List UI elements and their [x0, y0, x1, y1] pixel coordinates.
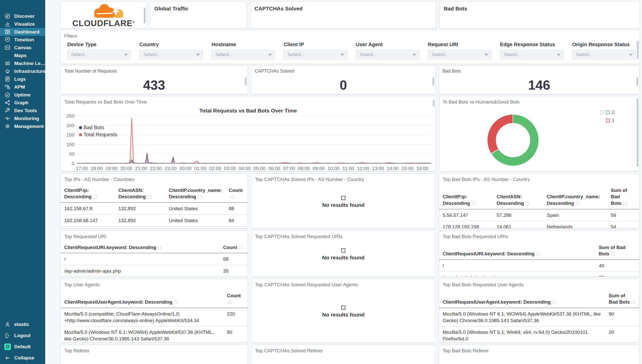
donut-legend-item[interactable]: 0: [600, 109, 615, 115]
management-icon: [4, 123, 11, 129]
filter-origin-response-status-select[interactable]: Select...: [572, 50, 636, 59]
table-cell: 5.56.57.147: [61, 226, 115, 228]
table-row: /40: [439, 260, 639, 272]
scrollbar[interactable]: [432, 77, 434, 86]
sidebar-item-visualize[interactable]: Visualize: [0, 20, 45, 28]
sidebar-item-logs[interactable]: Logs: [0, 75, 45, 83]
scrollbar[interactable]: [245, 77, 247, 86]
captcha-referer-panel: Top CAPTCHAs Solved Referer: [251, 345, 436, 364]
bad-bots-header-panel: Bad Bots: [440, 1, 640, 28]
svg-text:50: 50: [69, 151, 74, 157]
sidebar-footer-item-collapse[interactable]: Collapse: [0, 352, 45, 363]
table-cell: /wp-admin/admin-ajax.php: [61, 265, 220, 277]
filter-hostname-select[interactable]: Select...: [212, 50, 275, 59]
legend-item[interactable]: Total Requests: [79, 132, 117, 138]
top-ua-table: ClientRequestUserAgent.keyword: Descendi…: [61, 291, 248, 343]
scrollbar[interactable]: [637, 98, 638, 167]
filter-label: Origin Response Status: [572, 42, 636, 47]
sidebar-item-monitoring[interactable]: Monitoring: [0, 114, 45, 122]
table-row: 5.56.57.14757,286Spain56: [61, 226, 248, 228]
sidebar-item-timelion[interactable]: Timelion: [0, 36, 45, 44]
sidebar-item-dev-tools[interactable]: Dev Tools: [0, 107, 45, 114]
sidebar-item-label: Logs: [14, 76, 26, 82]
table-cell: 178.128.193.158: [439, 221, 493, 228]
sidebar-footer-item-default[interactable]: DDefault: [0, 341, 45, 352]
filter-label: Country: [139, 42, 203, 47]
donut-legend-item[interactable]: 1: [600, 118, 615, 123]
table-cell: 90: [223, 326, 248, 343]
filter-group-country: CountrySelect...: [139, 42, 203, 59]
column-header[interactable]: ClientIP.country_name: Descending: [543, 186, 607, 209]
column-header[interactable]: ClientRequestUserAgent.keyword: Descendi…: [439, 291, 605, 308]
sidebar-footer-item-logout[interactable]: Logout: [0, 330, 45, 341]
column-header[interactable]: Sum of Bad Bots: [605, 291, 639, 308]
line-chart[interactable]: 05010015020025017:0018:0019:0020:0021:00…: [61, 114, 436, 171]
column-header[interactable]: ClientRequestURI.keyword: Descending: [439, 243, 595, 260]
scrollbar[interactable]: [637, 41, 639, 59]
svg-text:03:00: 03:00: [224, 166, 236, 171]
filter-request-uri-select[interactable]: Select...: [428, 50, 491, 59]
column-header[interactable]: ClientASN: Descending: [115, 186, 165, 203]
column-header[interactable]: Count: [223, 291, 248, 308]
svg-text:07:00: 07:00: [283, 166, 295, 171]
sidebar-item-uptime[interactable]: Uptime: [0, 91, 45, 99]
sort-icon: [198, 195, 201, 198]
filters-body: Device TypeSelect...CountrySelect...Host…: [61, 39, 640, 59]
filter-device-type-select[interactable]: Select...: [67, 50, 131, 59]
chevron-down-icon: [196, 52, 200, 56]
scrollbar[interactable]: [636, 77, 638, 86]
line-chart-panel: Total Requests vs Bad Bots Over Time Tot…: [60, 96, 436, 171]
filters-panel: Filters Device TypeSelect...CountrySelec…: [60, 30, 640, 64]
cloudflare-cloud-icon: [74, 4, 133, 20]
global-traffic-title: Global Traffic: [150, 2, 247, 12]
column-header[interactable]: ClientRequestURI.keyword: Descending: [61, 243, 220, 253]
column-header[interactable]: ClientIP.ip: Descending: [439, 186, 493, 209]
filter-country-select[interactable]: Select...: [139, 50, 203, 59]
column-header[interactable]: Count: [220, 243, 248, 253]
sidebar-item-maps[interactable]: Maps: [0, 52, 45, 59]
top-uri-panel: Top Requested URI ClientRequestURI.keywo…: [60, 230, 248, 277]
legend-swatch-icon: [606, 110, 610, 114]
column-header[interactable]: ClientIP.country_name: Descending: [165, 186, 225, 203]
badbot-uris-panel: Top Bad Bots Requested URIs ClientReques…: [439, 230, 639, 277]
column-header[interactable]: ClientASN: Descending: [493, 186, 543, 209]
sidebar-footer: elasticLogoutDDefaultCollapse: [0, 319, 45, 363]
sidebar-item-apm[interactable]: APM: [0, 83, 45, 91]
legend-item[interactable]: Bad Bots: [79, 125, 117, 130]
filter-user-agent-select[interactable]: Select...: [356, 50, 419, 59]
column-header[interactable]: Sum of Bad Bots: [607, 186, 639, 209]
canvas-icon: [4, 44, 11, 51]
scrollbar[interactable]: [433, 100, 435, 106]
scrollbar[interactable]: [144, 8, 146, 23]
table-cell: 40: [595, 260, 639, 272]
select-placeholder: Select...: [143, 52, 161, 57]
sidebar-item-canvas[interactable]: Canvas: [0, 44, 45, 52]
sidebar-footer-item-elastic[interactable]: elastic: [0, 319, 45, 330]
sidebar-item-graph[interactable]: Graph: [0, 99, 45, 107]
svg-text:15:00: 15:00: [402, 166, 414, 171]
column-header[interactable]: ClientIP.ip: Descending: [61, 186, 115, 203]
sidebar-item-infrastructure[interactable]: Infrastructure: [0, 67, 45, 75]
table-cell: 162.158.68.147: [61, 214, 115, 226]
table-cell: 14,061: [493, 221, 543, 228]
sidebar-item-management[interactable]: Management: [0, 122, 45, 130]
filter-label: Hostname: [212, 42, 275, 47]
sidebar-item-label: Canvas: [14, 45, 31, 51]
sidebar-item-dashboard[interactable]: Dashboard: [0, 28, 45, 36]
filter-group-hostname: HostnameSelect...: [212, 42, 275, 59]
empty-table-icon: [341, 249, 345, 253]
sidebar-item-label: Uptime: [14, 92, 30, 98]
sidebar-item-machine-le[interactable]: Machine Le…: [0, 59, 45, 67]
sidebar-item-discover[interactable]: Discover: [0, 12, 45, 20]
filter-edge-response-status-select[interactable]: Select...: [500, 50, 564, 59]
svg-text:21:00: 21:00: [135, 166, 147, 171]
column-header[interactable]: ClientRequestUserAgent.keyword: Descendi…: [61, 291, 223, 308]
filter-client-ip-select[interactable]: Select...: [284, 50, 347, 59]
sort-icon: [229, 301, 232, 304]
panel-title: Top CAPTCHAs Solved Referer: [251, 345, 435, 354]
column-header[interactable]: Count: [225, 186, 248, 203]
chevron-down-icon: [413, 52, 416, 56]
column-header[interactable]: Sum of Bad Bots: [595, 243, 639, 260]
panel-title: Top Bad Bots Referer: [439, 345, 639, 354]
svg-text:20:00: 20:00: [120, 166, 133, 171]
